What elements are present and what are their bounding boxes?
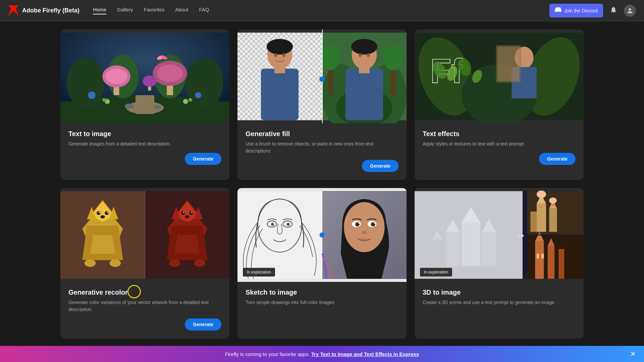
svg-point-109	[344, 202, 384, 252]
svg-point-22	[189, 98, 192, 102]
navbar: Adobe Firefly (Beta) Home Gallery Favori…	[0, 0, 644, 21]
discord-button[interactable]: Join the Discord	[549, 4, 603, 17]
card-desc-3d: Create a 3D scene and use a text prompt …	[423, 299, 576, 306]
svg-point-20	[102, 98, 106, 102]
nav-favorites[interactable]: Favorites	[144, 7, 165, 14]
card-title-si: Sketch to image	[246, 289, 398, 296]
banner-link[interactable]: Try Text to Image and Text Effects in Ex…	[311, 351, 419, 357]
svg-point-76	[107, 212, 108, 213]
generate-btn-tti[interactable]: Generate	[185, 153, 221, 165]
svg-point-138	[540, 205, 542, 208]
gf-left-half	[237, 29, 322, 123]
generate-btn-gr[interactable]: Generate	[185, 318, 221, 330]
banner-close-button[interactable]: ✕	[630, 350, 636, 358]
svg-point-5	[67, 58, 104, 108]
card-image-tti	[60, 29, 229, 123]
svg-rect-127	[482, 232, 496, 266]
svg-point-37	[274, 53, 277, 57]
svg-rect-135	[549, 208, 557, 232]
navbar-right: Join the Discord	[549, 4, 636, 17]
nav-about[interactable]: About	[175, 7, 188, 14]
svg-point-23	[88, 92, 95, 99]
card-text-to-image[interactable]: Text to image Generate images from a det…	[60, 29, 229, 180]
svg-point-93	[185, 215, 189, 218]
svg-point-74	[105, 211, 109, 215]
svg-point-139	[552, 204, 554, 206]
card-3d-to-image[interactable]: →	[415, 188, 584, 339]
svg-point-34	[267, 39, 293, 55]
card-title-gf: Generative fill	[246, 130, 398, 138]
discord-label: Join the Discord	[564, 8, 598, 13]
bottom-banner: Firefly is coming to your favorite apps.…	[0, 346, 644, 362]
svg-point-28	[154, 105, 161, 109]
card-title-3d: 3D to image	[423, 289, 576, 296]
svg-point-51	[359, 53, 362, 57]
svg-rect-99	[237, 191, 322, 279]
svg-rect-137	[530, 212, 537, 232]
brand-logo[interactable]: Adobe Firefly (Beta)	[8, 5, 79, 16]
in-exploration-badge-3d: In exploration	[420, 268, 452, 277]
card-image-si: In exploration	[237, 188, 407, 282]
svg-rect-123	[462, 223, 480, 266]
card-generative-recolor[interactable]: Generative recolor Generate color variat…	[60, 188, 229, 339]
banner-text: Firefly is coming to your favorite apps.…	[225, 351, 419, 357]
card-footer-te: Text effects Apply styles or textures to…	[415, 123, 584, 173]
adobe-icon	[8, 5, 19, 16]
svg-marker-79	[90, 235, 115, 254]
svg-point-48	[351, 39, 377, 55]
card-footer-gr: Generative recolor Generate color variat…	[60, 282, 229, 339]
svg-point-81	[110, 259, 121, 267]
card-desc-si: Turn simple drawings into full-color ima…	[246, 299, 398, 306]
svg-point-80	[85, 259, 96, 267]
svg-point-120	[320, 233, 325, 238]
bell-icon	[610, 7, 617, 15]
svg-rect-147	[558, 249, 564, 279]
notification-button[interactable]	[608, 5, 619, 16]
svg-rect-143	[535, 241, 544, 279]
svg-point-140	[537, 190, 546, 198]
svg-rect-10	[136, 95, 154, 114]
svg-point-116	[358, 223, 359, 224]
card-sketch-to-image[interactable]: In exploration Sketch to image Turn simp…	[237, 188, 407, 339]
card-actions-te: Generate	[423, 153, 576, 165]
card-desc-te: Apply styles or textures to text with a …	[423, 140, 576, 147]
svg-point-141	[549, 197, 556, 204]
nav-home[interactable]: Home	[93, 7, 106, 14]
svg-point-103	[271, 223, 274, 226]
svg-rect-148	[537, 254, 539, 258]
generate-btn-gf[interactable]: Generate	[362, 160, 398, 172]
generate-btn-te[interactable]: Generate	[539, 153, 576, 165]
svg-point-89	[181, 211, 185, 215]
user-avatar[interactable]	[624, 5, 636, 17]
banner-main-text: Firefly is coming to your favorite apps.	[225, 351, 311, 357]
card-title-te: Text effects	[423, 130, 576, 138]
card-desc-tti: Generate images from a detailed text des…	[68, 140, 221, 147]
svg-rect-35	[261, 69, 299, 120]
gf-right-half	[322, 29, 407, 123]
svg-point-16	[157, 65, 183, 82]
nav-gallery[interactable]: Gallery	[117, 7, 133, 14]
card-actions-gr: Generate	[68, 318, 221, 330]
svg-point-117	[374, 223, 375, 224]
nav-links: Home Gallery Favorites About FAQ	[93, 7, 549, 14]
nav-faq[interactable]: FAQ	[199, 7, 209, 14]
svg-point-52	[367, 53, 370, 57]
svg-point-91	[183, 212, 184, 213]
card-desc-gf: Use a brush to remove objects, or paint …	[246, 140, 398, 155]
svg-marker-95	[175, 235, 200, 254]
svg-text:→: →	[516, 230, 526, 241]
gf-divider-dot	[319, 76, 325, 82]
card-image-3d: →	[415, 188, 584, 282]
svg-point-90	[190, 211, 193, 215]
card-text-effects[interactable]: Ff Text effects Apply styles or textures…	[415, 29, 584, 180]
card-image-gr	[60, 188, 229, 282]
card-generative-fill[interactable]: Generative fill Use a brush to remove ob…	[237, 29, 407, 180]
svg-point-21	[183, 99, 188, 104]
card-image-gf	[237, 29, 407, 123]
svg-point-92	[191, 212, 193, 213]
svg-rect-65	[497, 47, 519, 81]
discord-icon	[555, 6, 561, 15]
svg-point-118	[362, 231, 367, 234]
card-actions-tti: Generate	[68, 153, 221, 165]
svg-point-18	[143, 75, 156, 87]
